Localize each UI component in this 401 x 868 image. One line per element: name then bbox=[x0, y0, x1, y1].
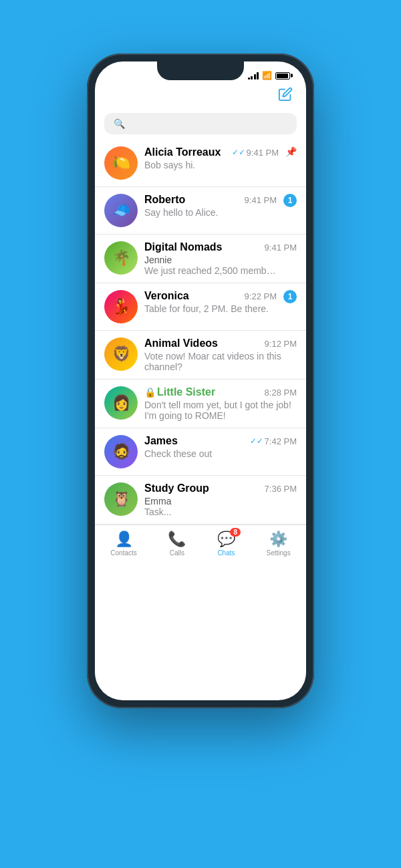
chat-preview-animal: Vote now! Moar cat videos in this channe… bbox=[144, 351, 297, 372]
chat-content-animal: Animal Videos9:12 PMVote now! Moar cat v… bbox=[144, 337, 297, 372]
chat-preview-alicia: Bob says hi. bbox=[144, 160, 278, 170]
chat-time-animal: 9:12 PM bbox=[265, 339, 297, 349]
chat-name-animal: Animal Videos bbox=[144, 337, 218, 349]
chat-header-study: Study Group7:36 PM bbox=[144, 482, 297, 494]
avatar-animal: 🦁 bbox=[104, 337, 138, 371]
chat-preview-james: Check these out bbox=[144, 448, 278, 459]
chat-header-digital: Digital Nomads9:41 PM bbox=[144, 241, 297, 253]
chat-header-alicia: Alicia Torreaux✓✓9:41 PM bbox=[144, 146, 279, 158]
chat-name-alicia: Alicia Torreaux bbox=[144, 146, 221, 158]
chat-meta-alicia: 📌 bbox=[285, 146, 297, 157]
avatar-james: 🧔 bbox=[104, 435, 138, 468]
chat-item-veronica[interactable]: 💃Veronica9:22 PMTable for four, 2 PM. Be… bbox=[95, 283, 306, 331]
chat-badge-roberto: 1 bbox=[283, 194, 297, 207]
contacts-icon: 👤 bbox=[115, 531, 133, 548]
chat-item-james[interactable]: 🧔James✓✓7:42 PMCheck these out bbox=[95, 428, 306, 476]
chat-name-veronica: Veronica bbox=[144, 290, 189, 302]
chat-name-roberto: Roberto bbox=[144, 194, 185, 206]
chat-header-james: James✓✓7:42 PM bbox=[144, 435, 297, 447]
chat-name-james: James bbox=[144, 435, 178, 447]
wifi-icon: 📶 bbox=[262, 71, 272, 80]
bottom-nav-calls[interactable]: 📞Calls bbox=[168, 531, 186, 557]
chat-item-animal[interactable]: 🦁Animal Videos9:12 PMVote now! Moar cat … bbox=[95, 331, 306, 380]
chat-header-animal: Animal Videos9:12 PM bbox=[144, 337, 297, 349]
chat-time-alicia: ✓✓9:41 PM bbox=[232, 148, 279, 158]
chat-header-veronica: Veronica9:22 PM bbox=[144, 290, 277, 302]
bottom-nav-contacts[interactable]: 👤Contacts bbox=[110, 531, 136, 557]
chat-item-study[interactable]: 🦉Study Group7:36 PMEmmaTask... bbox=[95, 476, 306, 525]
phone-notch bbox=[157, 61, 244, 80]
chat-meta-roberto: 1 bbox=[283, 194, 297, 207]
chat-preview-sister: Don't tell mom yet, but I got the job! I… bbox=[144, 400, 297, 421]
compose-icon[interactable] bbox=[278, 87, 293, 105]
chat-item-digital[interactable]: 🌴Digital Nomads9:41 PMJennieWe just reac… bbox=[95, 235, 306, 283]
chat-name-study: Study Group bbox=[144, 482, 209, 494]
bottom-nav: 👤Contacts📞Calls💬8Chats⚙️Settings bbox=[95, 525, 306, 566]
chat-header-sister: 🔒Little Sister8:28 PM bbox=[144, 386, 297, 398]
chat-preview-study: Task... bbox=[144, 507, 278, 517]
bottom-nav-settings[interactable]: ⚙️Settings bbox=[267, 531, 291, 557]
chats-label: Chats bbox=[217, 549, 235, 557]
phone-screen: 📶 🔍 bbox=[95, 61, 306, 700]
chat-time-roberto: 9:41 PM bbox=[245, 195, 277, 205]
chat-preview-digital: We just reached 2,500 members! WOO! bbox=[144, 265, 278, 276]
avatar-roberto: 🧢 bbox=[104, 194, 138, 227]
chat-time-veronica: 9:22 PM bbox=[245, 291, 277, 301]
battery-icon bbox=[275, 72, 290, 80]
avatar-sister: 👩 bbox=[104, 386, 138, 420]
chat-content-study: Study Group7:36 PMEmmaTask... bbox=[144, 482, 297, 517]
pin-icon-alicia: 📌 bbox=[285, 146, 297, 157]
chat-sender-digital: Jennie bbox=[144, 255, 297, 265]
search-icon: 🔍 bbox=[114, 118, 125, 129]
avatar-alicia: 🍋 bbox=[104, 146, 138, 180]
hero-section bbox=[180, 0, 221, 47]
chat-meta-veronica: 1 bbox=[283, 290, 297, 303]
bottom-nav-chats[interactable]: 💬8Chats bbox=[217, 531, 235, 557]
status-icons: 📶 bbox=[248, 71, 291, 80]
chat-item-alicia[interactable]: 🍋Alicia Torreaux✓✓9:41 PMBob says hi.📌 bbox=[95, 140, 306, 187]
chat-content-digital: Digital Nomads9:41 PMJennieWe just reach… bbox=[144, 241, 297, 276]
nav-bar bbox=[95, 84, 306, 110]
chats-badge: 8 bbox=[230, 528, 241, 537]
chat-item-roberto[interactable]: 🧢Roberto9:41 PMSay hello to Alice.1 bbox=[95, 187, 306, 235]
chat-header-roberto: Roberto9:41 PM bbox=[144, 194, 277, 206]
chat-content-sister: 🔒Little Sister8:28 PMDon't tell mom yet,… bbox=[144, 386, 297, 421]
chat-name-sister: 🔒Little Sister bbox=[144, 386, 215, 398]
chat-time-james: ✓✓7:42 PM bbox=[250, 436, 297, 446]
settings-label: Settings bbox=[267, 549, 291, 557]
chat-name-digital: Digital Nomads bbox=[144, 241, 222, 253]
calls-icon: 📞 bbox=[168, 531, 186, 548]
contacts-label: Contacts bbox=[110, 549, 136, 557]
chat-preview-roberto: Say hello to Alice. bbox=[144, 207, 277, 218]
chat-badge-veronica: 1 bbox=[283, 290, 297, 303]
chat-content-roberto: Roberto9:41 PMSay hello to Alice. bbox=[144, 194, 277, 218]
chat-content-james: James✓✓7:42 PMCheck these out bbox=[144, 435, 297, 459]
chat-content-veronica: Veronica9:22 PMTable for four, 2 PM. Be … bbox=[144, 290, 277, 314]
chat-time-study: 7:36 PM bbox=[265, 484, 297, 494]
chat-content-alicia: Alicia Torreaux✓✓9:41 PMBob says hi. bbox=[144, 146, 279, 170]
phone-frame: 📶 🔍 bbox=[87, 53, 314, 708]
chat-item-sister[interactable]: 👩🔒Little Sister8:28 PMDon't tell mom yet… bbox=[95, 380, 306, 428]
settings-icon: ⚙️ bbox=[269, 531, 287, 548]
chats-icon-wrapper: 💬8 bbox=[217, 531, 235, 548]
signal-icon bbox=[248, 71, 259, 80]
search-bar[interactable]: 🔍 bbox=[104, 113, 297, 134]
phone-wrapper: 📶 🔍 bbox=[87, 53, 314, 708]
avatar-veronica: 💃 bbox=[104, 290, 138, 323]
avatar-digital: 🌴 bbox=[104, 241, 138, 275]
chat-list: 🍋Alicia Torreaux✓✓9:41 PMBob says hi.📌🧢R… bbox=[95, 140, 306, 525]
chats-icon: 💬8 bbox=[217, 531, 235, 548]
search-bar-container: 🔍 bbox=[95, 110, 306, 140]
chat-sender-study: Emma bbox=[144, 496, 297, 507]
chat-time-sister: 8:28 PM bbox=[265, 388, 297, 398]
chat-time-digital: 9:41 PM bbox=[265, 243, 297, 253]
avatar-study: 🦉 bbox=[104, 482, 138, 516]
chat-preview-veronica: Table for four, 2 PM. Be there. bbox=[144, 303, 277, 314]
calls-label: Calls bbox=[170, 549, 184, 557]
